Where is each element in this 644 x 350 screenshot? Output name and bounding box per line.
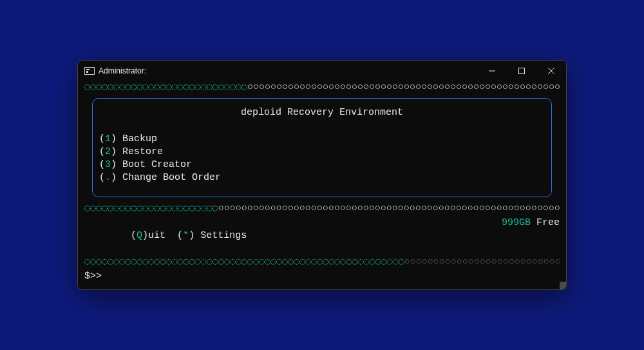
terminal-body: ◌◌◌◌◌◌◌◌◌◌◌◌◌◌◌◌◌◌◌◌◌◌◌◌◌◌◌◌○○○○○○○○○○○○… (78, 81, 566, 289)
menu-item[interactable]: (2) Restore (99, 146, 545, 159)
prompt[interactable]: $>> (84, 270, 560, 283)
menu-hotkey: 1 (105, 133, 111, 144)
scrollbar[interactable] (560, 81, 566, 289)
menu-item[interactable]: (.) Change Boot Order (99, 171, 545, 184)
menu-hotkey: 3 (105, 159, 111, 170)
close-icon (548, 68, 554, 74)
svg-rect-0 (519, 68, 525, 74)
window-title: Administrator: (99, 66, 477, 75)
console-icon (84, 67, 95, 75)
scrollbar-thumb[interactable] (560, 282, 566, 289)
menu-item[interactable]: (3) Boot Creator (99, 159, 545, 171)
settings-option[interactable]: (*) Settings (177, 230, 247, 241)
maximize-icon (518, 68, 525, 74)
footer-line: (Q)uit (*) Settings 999GB Free (84, 217, 560, 256)
menu-hotkey: . (105, 172, 111, 183)
minimize-button[interactable] (477, 61, 507, 81)
maximize-button[interactable] (507, 61, 536, 81)
divider-mid: ◌◌◌◌◌◌◌◌◌◌◌◌◌◌◌◌◌◌◌◌◌◌◌○○○○○○○○○○○○○○○○○… (84, 202, 560, 215)
menu-item[interactable]: (1) Backup (99, 133, 545, 146)
minimize-icon (489, 68, 495, 74)
divider-bottom: ◌◌◌◌◌◌◌◌◌◌◌◌◌◌◌◌◌◌◌◌◌◌◌◌◌◌◌◌◌◌◌◌◌◌◌◌◌◌◌◌… (84, 256, 560, 269)
titlebar[interactable]: Administrator: (78, 61, 566, 81)
menu-label: Restore (122, 146, 163, 157)
menu-label: Change Boot Order (122, 172, 221, 183)
close-button[interactable] (536, 61, 566, 81)
menu-label: Boot Creator (122, 159, 192, 170)
quit-option[interactable]: (Q)uit (131, 230, 166, 241)
menu-items: (1) Backup(2) Restore(3) Boot Creator(.)… (93, 133, 551, 185)
app-window: Administrator: ◌◌◌◌◌◌◌◌◌◌◌◌◌◌◌◌◌◌◌◌◌◌◌◌◌… (77, 60, 567, 290)
disk-free: 999GB Free (502, 217, 560, 229)
menu-hotkey: 2 (105, 146, 111, 157)
window-controls (477, 61, 566, 81)
menu-box: deploid Recovery Environment (1) Backup(… (92, 98, 552, 197)
divider-top: ◌◌◌◌◌◌◌◌◌◌◌◌◌◌◌◌◌◌◌◌◌◌◌◌◌◌◌◌○○○○○○○○○○○○… (84, 81, 560, 94)
box-title: deploid Recovery Environment (93, 99, 551, 132)
menu-label: Backup (122, 133, 157, 144)
